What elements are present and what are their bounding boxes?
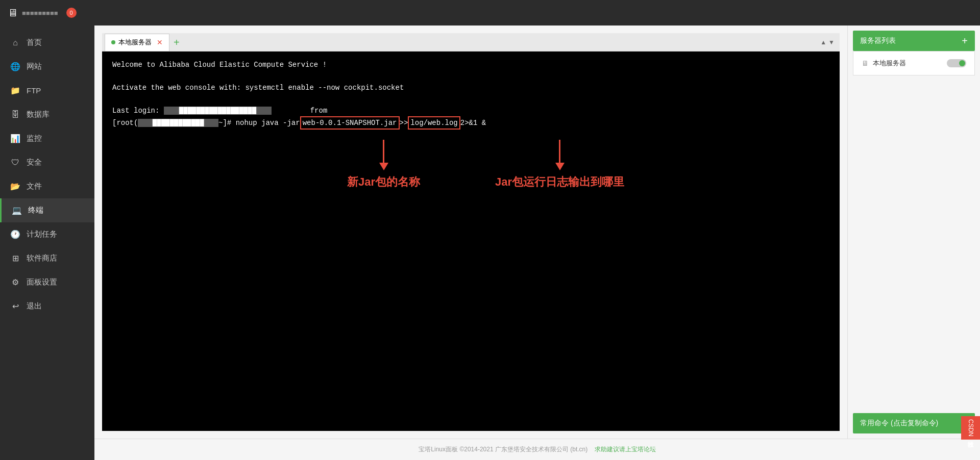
sidebar-label-monitor: 监控 bbox=[27, 134, 42, 143]
sidebar-item-logout[interactable]: ↩ 退出 bbox=[0, 294, 94, 318]
annotation-log-arrow: Jar包运行日志输出到哪里 bbox=[495, 140, 624, 190]
main-layout: ⌂ 首页 🌐 网站 📁 FTP 🗄 数据库 📊 监控 🛡 安全 📂 文件 💻 bbox=[0, 25, 980, 460]
sidebar-item-terminal[interactable]: 💻 终端 bbox=[0, 198, 94, 222]
arrow-line-2 bbox=[559, 140, 560, 163]
server-item-icon: 🖥 bbox=[862, 59, 869, 67]
sidebar-label-terminal: 终端 bbox=[28, 206, 43, 215]
sidebar-item-appstore[interactable]: ⊞ 软件商店 bbox=[0, 246, 94, 270]
footer: 宝塔Linux面板 ©2014-2021 广东堡塔安全技术有限公司 (bt.cn… bbox=[94, 439, 980, 460]
terminal-tab[interactable]: 本地服务器 ✕ bbox=[105, 34, 169, 51]
right-panel-spacer bbox=[853, 81, 975, 408]
terminal-line-activate: Activate the web console with: systemctl… bbox=[112, 82, 829, 93]
sidebar-label-website: 网站 bbox=[27, 62, 42, 71]
server-list-section: 服务器列表 + 🖥 本地服务器 bbox=[853, 31, 975, 75]
sidebar-label-security: 安全 bbox=[27, 158, 42, 167]
arrow-line-1 bbox=[383, 140, 384, 163]
common-cmds-title: 常用命令 (点击复制命令) bbox=[860, 419, 938, 428]
server-item-name: 本地服务器 bbox=[873, 59, 906, 68]
appstore-icon: ⊞ bbox=[10, 253, 20, 263]
notification-badge[interactable]: 0 bbox=[66, 8, 77, 18]
topbar: 🖥 ■■■■■■■■■ 0 bbox=[0, 0, 980, 25]
terminal-screen[interactable]: Welcome to Alibaba Cloud Elastic Compute… bbox=[102, 52, 840, 431]
security-icon: 🛡 bbox=[10, 158, 20, 167]
sidebar-label-logout: 退出 bbox=[27, 301, 42, 311]
terminal-icon: 💻 bbox=[12, 206, 22, 215]
crontab-icon: 🕐 bbox=[10, 229, 20, 239]
cmd-suffix: 2>&1 & bbox=[460, 117, 486, 129]
sidebar-label-database: 数据库 bbox=[27, 110, 50, 119]
home-icon: ⌂ bbox=[10, 38, 20, 47]
settings-icon: ⚙ bbox=[10, 277, 20, 287]
arrowhead-2 bbox=[555, 163, 565, 170]
server-list-title: 服务器列表 bbox=[860, 36, 896, 45]
server-list-header: 服务器列表 + bbox=[853, 31, 975, 51]
terminal-command-line: [root( ████████████ ~]# nohup java -jar … bbox=[112, 116, 829, 130]
arrow-down-icon[interactable]: ▼ bbox=[828, 39, 835, 46]
tab-bar: 本地服务器 ✕ + ▲ ▼ bbox=[102, 33, 840, 52]
tab-close-button[interactable]: ✕ bbox=[157, 38, 163, 46]
content-area: 本地服务器 ✕ + ▲ ▼ Welcome to Alibaba Cloud E… bbox=[94, 25, 980, 460]
cmd-jar-highlight: web-0.0.1-SNAPSHOT.jar bbox=[300, 116, 400, 130]
ftp-icon: 📁 bbox=[10, 86, 20, 95]
sidebar-label-settings: 面板设置 bbox=[27, 277, 57, 287]
sidebar-label-ftp: FTP bbox=[27, 86, 41, 95]
sidebar-label-crontab: 计划任务 bbox=[27, 229, 57, 239]
new-tab-button[interactable]: + bbox=[174, 37, 180, 47]
sidebar-item-website[interactable]: 🌐 网站 bbox=[0, 55, 94, 79]
server-status-indicator bbox=[959, 60, 965, 66]
right-panel: 服务器列表 + 🖥 本地服务器 bbox=[847, 25, 980, 439]
monitor-nav-icon: 📊 bbox=[10, 134, 20, 143]
terminal-wrapper: 本地服务器 ✕ + ▲ ▼ Welcome to Alibaba Cloud E… bbox=[94, 25, 980, 439]
server-list-item-local[interactable]: 🖥 本地服务器 bbox=[857, 56, 970, 71]
common-commands-section: 常用命令 (点击复制命令) + bbox=[853, 413, 975, 433]
sidebar-item-ftp[interactable]: 📁 FTP bbox=[0, 79, 94, 103]
cmd-log-highlight: log/web.log bbox=[408, 116, 460, 130]
sidebar-item-monitor[interactable]: 📊 监控 bbox=[0, 126, 94, 150]
website-icon: 🌐 bbox=[10, 62, 20, 71]
server-list-add-button[interactable]: + bbox=[962, 36, 968, 46]
terminal-line-blank bbox=[112, 70, 829, 82]
sidebar-item-files[interactable]: 📂 文件 bbox=[0, 174, 94, 198]
annotation-log-label: Jar包运行日志输出到哪里 bbox=[495, 174, 624, 190]
monitor-icon: 🖥 bbox=[8, 7, 18, 19]
sidebar-label-files: 文件 bbox=[27, 182, 42, 191]
files-icon: 📂 bbox=[10, 182, 20, 191]
tab-scroll-arrows: ▲ ▼ bbox=[820, 39, 835, 46]
terminal-line-login: Last login: ██████████████████ from bbox=[112, 105, 829, 116]
topbar-logo: 🖥 ■■■■■■■■■ 0 bbox=[8, 7, 77, 19]
database-icon: 🗄 bbox=[10, 110, 20, 119]
terminal-line-welcome: Welcome to Alibaba Cloud Elastic Compute… bbox=[112, 59, 829, 70]
footer-forum-link[interactable]: 求助建议请上宝塔论坛 bbox=[595, 446, 656, 453]
cmd-redirect: >> bbox=[400, 117, 408, 129]
tab-label: 本地服务器 bbox=[118, 38, 152, 47]
sidebar-item-security[interactable]: 🛡 安全 bbox=[0, 150, 94, 174]
arrowhead-1 bbox=[379, 163, 388, 170]
csdn-badge[interactable]: CSDN技术社区 bbox=[961, 416, 980, 440]
sidebar-label-appstore: 软件商店 bbox=[27, 253, 57, 263]
sidebar-item-settings[interactable]: ⚙ 面板设置 bbox=[0, 270, 94, 294]
annotation-jar-arrow: 新Jar包的名称 bbox=[347, 140, 420, 190]
sidebar-label-home: 首页 bbox=[27, 38, 42, 47]
terminal-main: 本地服务器 ✕ + ▲ ▼ Welcome to Alibaba Cloud E… bbox=[94, 25, 847, 439]
sidebar-item-database[interactable]: 🗄 数据库 bbox=[0, 103, 94, 126]
topbar-server-text: ■■■■■■■■■ bbox=[22, 9, 58, 17]
tab-status-dot bbox=[111, 40, 115, 44]
footer-copyright: 宝塔Linux面板 ©2014-2021 广东堡塔安全技术有限公司 (bt.cn… bbox=[419, 446, 587, 453]
sidebar: ⌂ 首页 🌐 网站 📁 FTP 🗄 数据库 📊 监控 🛡 安全 📂 文件 💻 bbox=[0, 25, 94, 460]
server-list-content: 🖥 本地服务器 bbox=[853, 51, 975, 75]
sidebar-item-crontab[interactable]: 🕐 计划任务 bbox=[0, 222, 94, 246]
terminal-line-blank2 bbox=[112, 93, 829, 105]
cmd-prefix: [root( ████████████ ~]# nohup java -jar bbox=[112, 117, 300, 129]
arrow-up-icon[interactable]: ▲ bbox=[820, 39, 826, 46]
common-cmds-header[interactable]: 常用命令 (点击复制命令) + bbox=[853, 413, 975, 433]
annotation-jar-label: 新Jar包的名称 bbox=[347, 174, 420, 190]
logout-icon: ↩ bbox=[10, 301, 20, 311]
sidebar-item-home[interactable]: ⌂ 首页 bbox=[0, 31, 94, 55]
